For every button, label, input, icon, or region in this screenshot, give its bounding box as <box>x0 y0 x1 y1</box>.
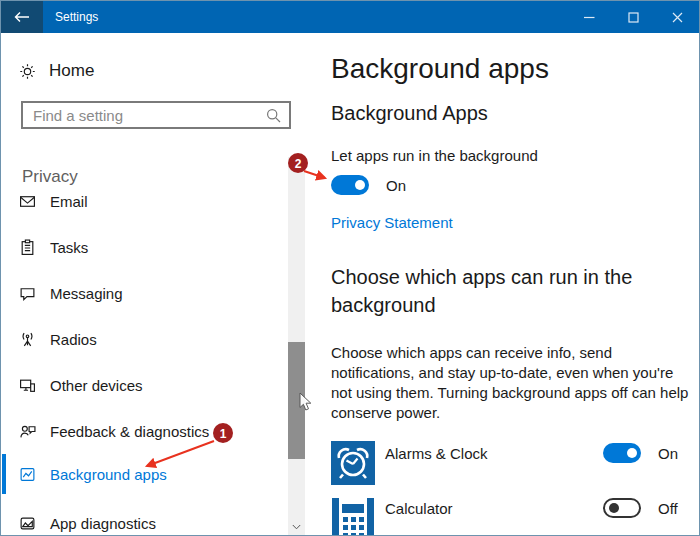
app-name: Calculator <box>385 500 453 517</box>
chevron-up-icon <box>292 163 301 169</box>
app-toggle-state: Off <box>658 500 678 517</box>
sidebar: Home Privacy Email Tas <box>2 33 311 534</box>
tasks-icon <box>19 239 36 256</box>
background-apps-toggle[interactable] <box>331 175 369 195</box>
background-apps-heading: Background Apps <box>331 102 488 125</box>
page-title: Background apps <box>331 53 549 85</box>
titlebar: Settings <box>1 1 699 33</box>
background-toggle-state: On <box>386 177 406 194</box>
scrollbar-thumb[interactable] <box>288 342 305 459</box>
app-toggle-state: On <box>658 445 678 462</box>
sidebar-item-other-devices[interactable]: Other devices <box>2 365 288 405</box>
close-icon <box>672 12 683 23</box>
calculator-app-icon <box>331 496 375 536</box>
choose-apps-description: Choose which apps can receive info, send… <box>331 343 693 423</box>
privacy-statement-link[interactable]: Privacy Statement <box>331 214 453 231</box>
sidebar-item-feedback-diagnostics[interactable]: Feedback & diagnostics <box>2 411 288 451</box>
sidebar-scrollbar[interactable] <box>288 157 305 535</box>
settings-window: Settings Home Privacy <box>0 0 700 536</box>
search-input[interactable] <box>23 107 266 124</box>
maximize-button[interactable] <box>611 1 655 33</box>
scroll-down-button[interactable] <box>288 518 305 535</box>
messaging-icon <box>19 285 36 302</box>
background-toggle-label: Let apps run in the background <box>331 147 538 164</box>
sidebar-item-email[interactable]: Email <box>2 181 288 221</box>
gear-icon <box>19 63 36 80</box>
alarms-clock-app-icon <box>331 441 375 485</box>
main-content: Background apps Background Apps Let apps… <box>331 33 691 534</box>
sidebar-item-messaging[interactable]: Messaging <box>2 273 288 313</box>
sidebar-item-tasks[interactable]: Tasks <box>2 227 288 267</box>
scroll-up-button[interactable] <box>288 157 305 174</box>
alarms-clock-toggle[interactable] <box>603 443 641 463</box>
sidebar-item-background-apps[interactable]: Background apps <box>2 454 288 494</box>
selection-bar <box>2 454 6 494</box>
sidebar-item-radios[interactable]: Radios <box>2 319 288 359</box>
app-name: Alarms & Clock <box>385 445 488 462</box>
minimize-button[interactable] <box>567 1 611 33</box>
maximize-icon <box>628 12 639 23</box>
email-icon <box>19 193 36 210</box>
search-icon[interactable] <box>266 108 281 123</box>
calculator-toggle[interactable] <box>603 498 641 518</box>
radios-icon <box>19 331 36 348</box>
window-title: Settings <box>55 10 567 24</box>
background-apps-icon <box>19 466 36 483</box>
minimize-icon <box>584 12 595 23</box>
back-arrow-icon <box>14 11 30 23</box>
sidebar-item-home[interactable]: Home <box>2 57 94 85</box>
choose-apps-heading: Choose which apps can run in the backgro… <box>331 263 661 319</box>
chevron-down-icon <box>292 524 301 530</box>
feedback-icon <box>19 423 36 440</box>
back-button[interactable] <box>1 1 43 33</box>
app-diagnostics-icon <box>19 515 36 532</box>
home-label: Home <box>49 61 94 81</box>
sidebar-item-app-diagnostics[interactable]: App diagnostics <box>2 503 288 536</box>
close-button[interactable] <box>655 1 699 33</box>
other-devices-icon <box>19 377 36 394</box>
search-box[interactable] <box>21 101 291 129</box>
